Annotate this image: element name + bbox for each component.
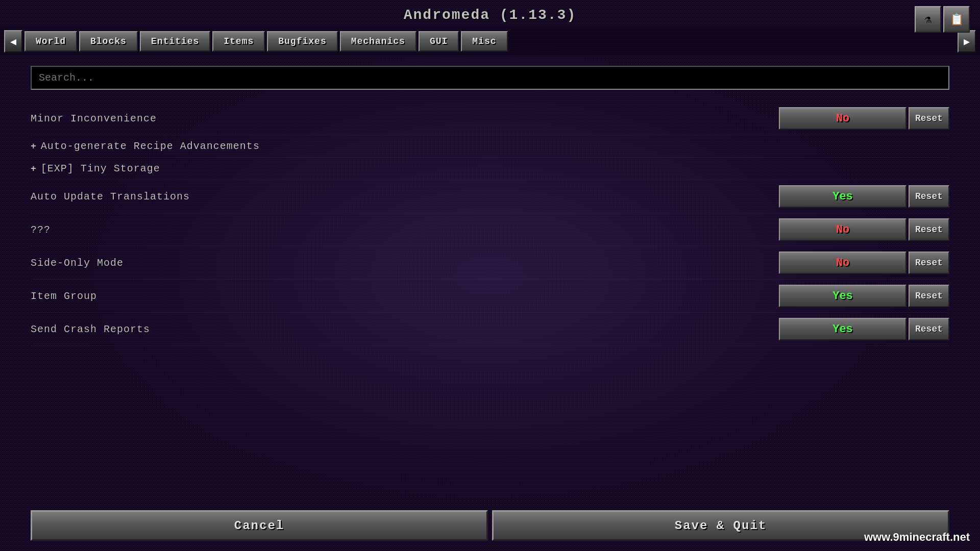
right-arrow-icon: ▶ [964,35,970,48]
reset-btn-unknown[interactable]: Reset [909,218,949,241]
expand-icon: + [31,164,37,174]
value-btn-minor-inconvenience[interactable]: No [779,107,906,130]
setting-controls: No Reset [779,218,949,241]
setting-label-unknown: ??? [31,224,779,236]
content-area: Minor Inconvenience No Reset + Auto-gene… [0,56,980,505]
tab-gui[interactable]: GUI [419,31,459,52]
setting-row: Auto Update Translations Yes Reset [31,180,949,213]
flask-icon: ⚗ [924,13,931,27]
value-btn-crash-reports[interactable]: Yes [779,318,906,340]
top-icons: ⚗ 📋 [915,6,970,33]
setting-controls: Yes Reset [779,185,949,208]
watermark: www.9minecraft.net [864,531,970,544]
setting-controls: Yes Reset [779,318,949,340]
label-text: Auto-generate Recipe Advancements [41,140,260,152]
setting-controls: No Reset [779,252,949,274]
setting-label-auto-generate: + Auto-generate Recipe Advancements [31,140,949,152]
value-btn-unknown[interactable]: No [779,218,906,241]
tab-entities[interactable]: Entities [140,31,210,52]
reset-btn-side-only[interactable]: Reset [909,252,949,274]
left-arrow-icon: ◀ [10,35,16,48]
setting-label-minor-inconvenience: Minor Inconvenience [31,113,779,124]
nav-left-arrow[interactable]: ◀ [4,30,22,53]
setting-row: Send Crash Reports Yes Reset [31,313,949,346]
setting-row: Side-Only Mode No Reset [31,246,949,280]
value-btn-auto-update[interactable]: Yes [779,185,906,208]
value-btn-side-only[interactable]: No [779,252,906,274]
tab-mechanics[interactable]: Mechanics [340,31,416,52]
book-button[interactable]: 📋 [943,6,970,33]
setting-controls: No Reset [779,107,949,130]
search-container [31,66,949,90]
setting-label-auto-update: Auto Update Translations [31,191,779,203]
header: Andromeda (1.13.3) ⚗ 📋 [0,0,980,27]
main-container: Andromeda (1.13.3) ⚗ 📋 ◀ World Blocks En… [0,0,980,551]
setting-row: + [EXP] Tiny Storage [31,158,949,180]
value-btn-item-group[interactable]: Yes [779,285,906,307]
cancel-button[interactable]: Cancel [31,510,488,541]
reset-btn-item-group[interactable]: Reset [909,285,949,307]
setting-label-crash-reports: Send Crash Reports [31,323,779,335]
tab-blocks[interactable]: Blocks [79,31,138,52]
tab-items[interactable]: Items [212,31,265,52]
watermark-text: www.9minecraft.net [864,531,970,543]
book-icon: 📋 [950,13,964,27]
tab-bugfixes[interactable]: Bugfixes [267,31,337,52]
label-text: [EXP] Tiny Storage [41,163,160,174]
reset-btn-minor-inconvenience[interactable]: Reset [909,107,949,130]
setting-row: + Auto-generate Recipe Advancements [31,135,949,158]
nav-area: ◀ World Blocks Entities Items Bugfixes M… [0,27,980,56]
reset-btn-crash-reports[interactable]: Reset [909,318,949,340]
tab-world[interactable]: World [24,31,77,52]
setting-label-tiny-storage: + [EXP] Tiny Storage [31,163,949,174]
setting-row: Item Group Yes Reset [31,280,949,313]
setting-label-item-group: Item Group [31,290,779,302]
app-title: Andromeda (1.13.3) [404,7,576,23]
tab-misc[interactable]: Misc [461,31,507,52]
reset-btn-auto-update[interactable]: Reset [909,185,949,208]
search-input[interactable] [31,66,949,90]
expand-icon: + [31,141,37,152]
setting-label-side-only: Side-Only Mode [31,257,779,269]
nav-right-arrow[interactable]: ▶ [958,30,976,53]
setting-row: ??? No Reset [31,213,949,246]
bottom-bar: Cancel Save & Quit [0,505,980,551]
setting-controls: Yes Reset [779,285,949,307]
nav-tabs: World Blocks Entities Items Bugfixes Mec… [24,31,955,52]
setting-row: Minor Inconvenience No Reset [31,102,949,135]
settings-list: Minor Inconvenience No Reset + Auto-gene… [31,102,949,346]
flask-button[interactable]: ⚗ [915,6,941,33]
